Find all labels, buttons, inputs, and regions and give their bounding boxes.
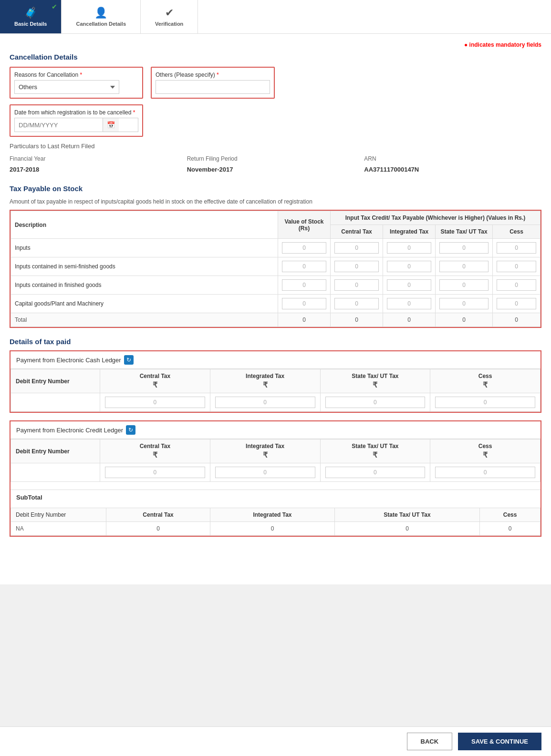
stock-st-1 [436,257,493,276]
stock-it-input-2[interactable] [387,279,431,291]
subtotal-table: Debit Entry Number Central Tax Integrate… [10,508,541,536]
subtotal-central-value: 0 [106,522,210,536]
mandatory-note-text: indicates mandatory fields [469,41,541,48]
stock-vos-1 [278,257,331,276]
stock-it-2 [383,276,436,295]
stock-it-input-1[interactable] [387,261,431,272]
cash-debit-label: Debit Entry Number [16,378,70,385]
cancellation-details-label: Cancellation Details [76,21,126,27]
stock-it-4: 0 [383,313,436,327]
cash-central-icon: ₹ [105,380,205,389]
cash-ledger-label: Payment from Electronic Cash Ledger [16,357,121,364]
credit-debit-header: Debit Entry Number [11,439,100,463]
credit-integrated-label: Integrated Tax [246,443,284,450]
stock-cess-input-2[interactable] [497,279,536,291]
stock-row: Inputs [11,239,541,257]
stock-it-input-0[interactable] [387,242,431,254]
stock-desc-3: Capital goods/Plant and Machinery [11,295,278,313]
stock-st-input-2[interactable] [439,279,489,291]
stock-cess-input-1[interactable] [497,261,536,272]
credit-central-header: Central Tax ₹ [100,439,210,463]
stock-vos-input-3[interactable] [282,298,326,309]
cash-ledger-table: Debit Entry Number Central Tax ₹ Integra… [10,369,541,412]
stock-vos-input-1[interactable] [282,261,326,272]
rp-header: Return Filing Period [187,153,364,164]
credit-ledger-table: Debit Entry Number Central Tax ₹ Integra… [10,439,541,482]
mandatory-note: ● indicates mandatory fields [10,41,541,48]
stock-ct-4: 0 [331,313,383,327]
stock-col-header: Value of Stock (Rs) [278,211,331,239]
cash-central-input[interactable] [105,397,205,408]
stock-it-input-3[interactable] [387,298,431,309]
fy-value: 2017-2018 [10,164,187,175]
wizard-step-verification[interactable]: ✔ Verification [141,0,198,33]
subtotal-integrated-header: Integrated Tax [210,508,335,522]
credit-state-input[interactable] [325,467,426,478]
credit-integrated-header: Integrated Tax ₹ [210,439,320,463]
stock-ct-0 [331,239,383,257]
credit-debit-label: Debit Entry Number [16,448,70,455]
basic-details-check: ✔ [52,3,57,10]
subtotal-cess-value: 0 [480,522,541,536]
stock-vos-input-0[interactable] [282,242,326,254]
stock-ct-input-2[interactable] [334,279,379,291]
cash-integrated-input[interactable] [215,397,315,408]
date-label: Date from which registration is to be ca… [14,109,138,116]
stock-ct-input-3[interactable] [334,298,379,309]
stock-st-input-1[interactable] [439,261,489,272]
credit-state-label: State Tax/ UT Tax [352,443,398,450]
credit-state-header: State Tax/ UT Tax ₹ [320,439,430,463]
stock-st-input-0[interactable] [439,242,489,254]
cash-ledger-block: Payment from Electronic Cash Ledger ↻ De… [10,350,541,413]
credit-central-cell [100,463,210,482]
stock-cess-input-0[interactable] [497,242,536,254]
stock-vos-0 [278,239,331,257]
stock-desc-1: Inputs contained in semi-finished goods [11,257,278,276]
reasons-select[interactable]: Others [14,80,119,94]
rp-value: November-2017 [187,164,364,175]
stock-vos-input-2[interactable] [282,279,326,291]
stock-st-input-3[interactable] [439,298,489,309]
others-label: Others (Please specify) * [156,72,270,78]
tax-payable-desc: Amount of tax payable in respect of inpu… [10,198,541,205]
verification-icon: ✔ [165,7,174,19]
subtotal-title: SubTotal [10,490,541,505]
basic-details-label: Basic Details [14,21,47,27]
cash-cess-input[interactable] [435,397,535,408]
stock-cess-2 [493,276,541,295]
credit-integrated-input[interactable] [215,467,315,478]
stock-ct-input-1[interactable] [334,261,379,272]
stock-st-4: 0 [436,313,493,327]
credit-ledger-label: Payment from Electronic Credit Ledger [16,427,123,434]
cash-ledger-refresh-icon[interactable]: ↻ [124,355,134,365]
date-group: Date from which registration is to be ca… [10,104,143,137]
cash-integrated-header: Integrated Tax ₹ [210,369,320,393]
stock-cess-input-3[interactable] [497,298,536,309]
reasons-required: * [80,72,82,78]
cash-state-input[interactable] [325,397,426,408]
mandatory-dot: ● [464,41,468,48]
cash-state-label: State Tax/ UT Tax [352,373,398,379]
cash-state-cell [320,393,430,412]
wizard-step-cancellation-details[interactable]: 👤 Cancellation Details [62,0,141,33]
stock-st-2 [436,276,493,295]
stock-ct-input-0[interactable] [334,242,379,254]
stock-row: Capital goods/Plant and Machinery [11,295,541,313]
cash-central-label: Central Tax [140,373,170,379]
credit-cess-header: Cess ₹ [430,439,541,463]
date-input[interactable] [15,119,103,132]
date-required: * [133,109,135,116]
cash-cess-cell [430,393,541,412]
others-input[interactable] [156,80,270,94]
subtotal-section: SubTotal Debit Entry Number Central Tax … [10,490,541,536]
credit-cess-input[interactable] [435,467,535,478]
basic-details-icon: 🧳 [24,7,37,19]
credit-central-input[interactable] [105,467,205,478]
others-group: Others (Please specify) * [151,67,275,99]
particulars-section: Particulars to Last Return Filed Financi… [10,143,541,175]
credit-cess-cell [430,463,541,482]
credit-ledger-refresh-icon[interactable]: ↻ [126,425,135,435]
cess-header: Cess [493,225,541,239]
wizard-step-basic-details[interactable]: 🧳 ✔ Basic Details [0,0,62,33]
calendar-icon[interactable]: 📅 [103,118,119,132]
